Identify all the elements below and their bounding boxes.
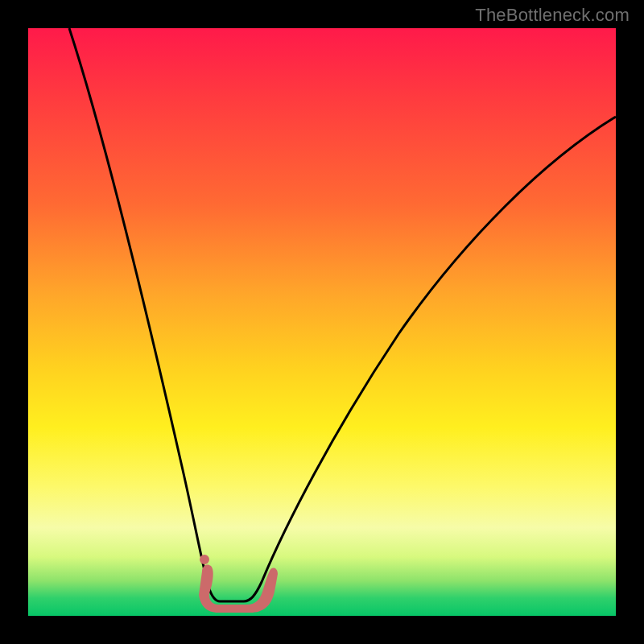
curve-layer — [28, 28, 616, 616]
valley-dot — [200, 555, 209, 564]
chart-frame: TheBottleneck.com — [0, 0, 644, 644]
bottleneck-curve — [69, 28, 616, 601]
watermark-text: TheBottleneck.com — [475, 5, 630, 26]
plot-area — [28, 28, 616, 616]
